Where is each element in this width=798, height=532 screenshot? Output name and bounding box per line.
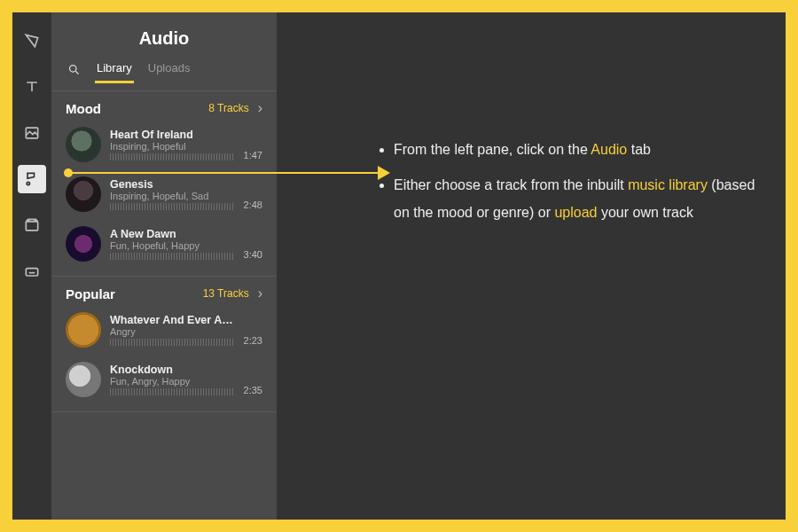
section-head[interactable]: Mood8 Tracks›	[66, 100, 262, 116]
waveform-icon	[110, 339, 235, 346]
track-row[interactable]: Whatever And Ever AmenAngry2:23	[66, 307, 262, 356]
svg-rect-3	[26, 269, 37, 276]
track-name: Genesis	[110, 178, 235, 191]
track-duration: 3:40	[244, 249, 262, 262]
tab-library[interactable]: Library	[97, 61, 132, 82]
track-tags: Inspiring, Hopeful	[110, 141, 235, 152]
chevron-right-icon: ›	[258, 286, 262, 301]
highlight-music-library: music library	[628, 177, 708, 192]
audio-panel: Audio Library Uploads Mood8 Tracks›Heart…	[51, 12, 277, 520]
section-track-count[interactable]: 8 Tracks›	[208, 100, 262, 116]
svg-point-1	[27, 182, 29, 184]
section: Mood8 Tracks›Heart Of IrelandInspiring, …	[51, 91, 277, 277]
instruction-item: From the left pane, click on the Audio t…	[394, 137, 759, 163]
track-duration: 1:47	[244, 150, 262, 162]
audio-icon[interactable]	[18, 165, 46, 193]
track-tags: Fun, Angry, Happy	[110, 376, 235, 387]
waveform-icon	[110, 388, 235, 395]
text-icon[interactable]	[18, 73, 46, 101]
track-info: KnockdownFun, Angry, Happy	[110, 364, 235, 395]
instruction-item: Either choose a track from the inbuilt m…	[394, 172, 759, 226]
svg-rect-2	[26, 222, 37, 231]
section-head[interactable]: Popular13 Tracks›	[66, 286, 262, 301]
panel-tabs: Library Uploads	[51, 61, 277, 91]
highlight-audio: Audio	[591, 142, 627, 157]
track-info: Whatever And Ever AmenAngry	[110, 314, 235, 346]
caption-icon[interactable]	[18, 257, 46, 286]
track-tags: Fun, Hopeful, Happy	[110, 240, 235, 251]
tab-uploads[interactable]: Uploads	[148, 61, 191, 82]
track-name: Whatever And Ever Amen	[110, 314, 235, 326]
track-art	[66, 127, 101, 162]
section-track-count[interactable]: 13 Tracks›	[203, 286, 262, 301]
templates-icon[interactable]	[18, 27, 46, 55]
svg-point-4	[70, 66, 77, 73]
track-tags: Angry	[110, 326, 235, 337]
track-name: Heart Of Ireland	[110, 129, 235, 141]
section-title: Popular	[66, 286, 115, 301]
track-duration: 2:48	[244, 200, 262, 212]
video-icon[interactable]	[18, 211, 46, 239]
chevron-right-icon: ›	[258, 100, 262, 116]
track-row[interactable]: Heart Of IrelandInspiring, Hopeful1:47	[66, 121, 262, 171]
waveform-icon	[110, 153, 235, 160]
instructions-area: From the left pane, click on the Audio t…	[277, 12, 786, 520]
track-info: GenesisInspiring, Hopeful, Sad	[110, 178, 235, 210]
track-name: A New Dawn	[110, 228, 235, 240]
track-art	[66, 176, 101, 212]
tool-rail	[12, 12, 51, 520]
search-icon[interactable]	[67, 63, 81, 80]
highlight-upload: upload	[554, 205, 597, 220]
track-info: A New DawnFun, Hopeful, Happy	[110, 228, 235, 260]
waveform-icon	[110, 203, 235, 210]
track-duration: 2:23	[244, 335, 262, 348]
section: Popular13 Tracks›Whatever And Ever AmenA…	[51, 277, 277, 412]
track-row[interactable]: KnockdownFun, Angry, Happy2:35	[66, 356, 262, 406]
panel-title: Audio	[51, 12, 277, 61]
waveform-icon	[110, 253, 235, 260]
image-icon[interactable]	[18, 119, 46, 147]
track-row[interactable]: A New DawnFun, Hopeful, Happy3:40	[66, 221, 262, 270]
track-tags: Inspiring, Hopeful, Sad	[110, 191, 235, 201]
track-duration: 2:35	[244, 385, 262, 397]
track-info: Heart Of IrelandInspiring, Hopeful	[110, 129, 235, 160]
track-art	[66, 312, 101, 348]
track-name: Knockdown	[110, 364, 235, 376]
section-title: Mood	[66, 101, 101, 116]
track-art	[66, 362, 101, 397]
track-row[interactable]: GenesisInspiring, Hopeful, Sad2:48	[66, 171, 262, 221]
track-art	[66, 226, 101, 262]
